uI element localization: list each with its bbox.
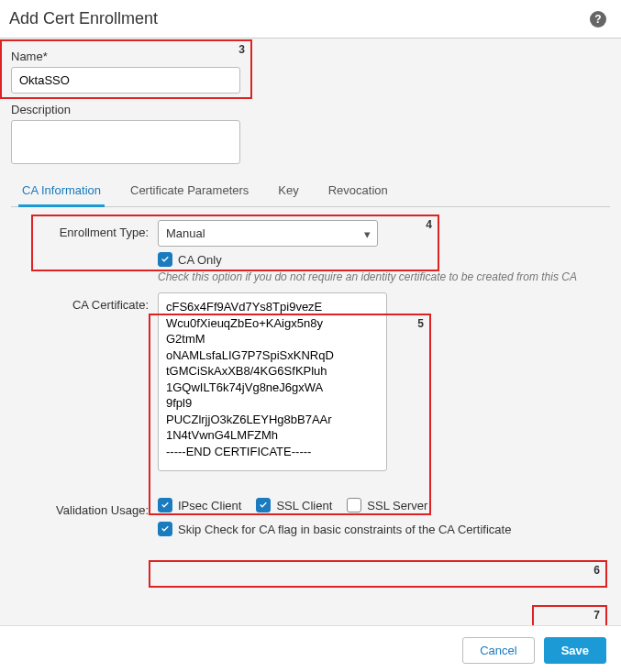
ssl-client-checkbox[interactable] [256,498,271,512]
cancel-button[interactable]: Cancel [462,637,534,664]
ssl-server-label: SSL Server [367,499,427,512]
ca-only-checkbox[interactable] [158,252,172,267]
check-icon [160,500,171,511]
check-icon [160,254,171,265]
tabs: CA Information Certificate Parameters Ke… [11,176,610,207]
dialog-header: Add Cert Enrollment ? [0,0,621,39]
validation-usage-label: Validation Usage: [39,498,158,517]
description-input[interactable] [11,120,240,164]
enrollment-type-select[interactable]: Manual ▾ [158,220,378,247]
ca-only-hint: Check this option if you do not require … [158,270,610,283]
name-field-row: Name* [11,50,610,94]
ca-info-section: Enrollment Type: Manual ▾ CA Only Check … [11,220,610,536]
skip-check-checkbox[interactable] [158,522,172,536]
ca-only-row: CA Only [158,252,610,267]
ca-certificate-label: CA Certificate: [39,292,158,312]
enrollment-type-value: Manual [158,220,378,247]
ipsec-client-label: IPsec Client [178,499,241,512]
help-icon[interactable]: ? [590,11,606,28]
check-icon [160,523,171,534]
check-icon [258,500,269,511]
tab-ca-information[interactable]: CA Information [18,176,105,207]
save-button[interactable]: Save [544,637,606,664]
tab-key[interactable]: Key [274,176,302,206]
dialog-body: Name* Description CA Information Certifi… [0,39,621,625]
enrollment-type-label: Enrollment Type: [39,220,158,239]
description-label: Description [11,103,610,116]
ca-certificate-textarea[interactable] [158,292,387,471]
ssl-client-label: SSL Client [276,499,332,512]
ssl-server-checkbox[interactable] [347,498,361,512]
ipsec-client-checkbox[interactable] [158,498,172,512]
ca-only-label: CA Only [178,253,222,267]
annotation-6: 6 [149,560,607,588]
enrollment-type-row: Enrollment Type: Manual ▾ CA Only Check … [39,220,610,283]
validation-usage-row: Validation Usage: IPsec Client SSL Clien… [39,498,610,536]
description-field-row: Description [11,103,610,167]
tab-revocation[interactable]: Revocation [325,176,392,206]
tab-certificate-parameters[interactable]: Certificate Parameters [127,176,252,206]
annotation-7: 7 [532,605,607,625]
name-input[interactable] [11,67,240,94]
dialog-title: Add Cert Enrollment [9,9,158,28]
skip-check-label: Skip Check for CA flag in basic constrai… [178,523,511,536]
name-label: Name* [11,50,610,63]
dialog-footer: Cancel Save [0,625,621,672]
ca-certificate-row: CA Certificate: [39,292,610,474]
